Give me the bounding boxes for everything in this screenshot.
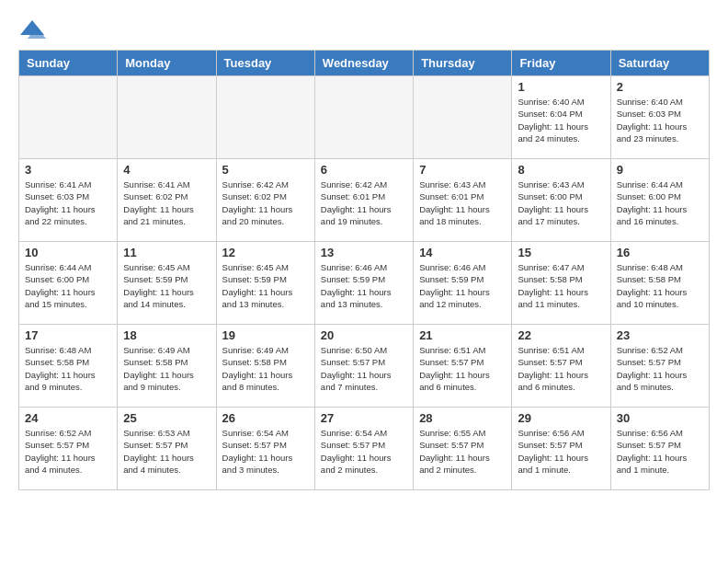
day-number: 30 xyxy=(617,411,703,425)
calendar-cell-22: 22Sunrise: 6:51 AM Sunset: 5:57 PM Dayli… xyxy=(512,325,610,408)
day-number: 22 xyxy=(518,328,604,342)
calendar-cell-9: 9Sunrise: 6:44 AM Sunset: 6:00 PM Daylig… xyxy=(610,159,709,242)
day-info: Sunrise: 6:48 AM Sunset: 5:58 PM Dayligh… xyxy=(617,261,703,310)
day-info: Sunrise: 6:44 AM Sunset: 6:00 PM Dayligh… xyxy=(617,178,703,227)
weekday-header-monday: Monday xyxy=(118,51,216,76)
calendar-header-row: SundayMondayTuesdayWednesdayThursdayFrid… xyxy=(19,51,710,76)
calendar-week-1: 3Sunrise: 6:41 AM Sunset: 6:03 PM Daylig… xyxy=(19,159,710,242)
day-number: 6 xyxy=(321,163,407,177)
day-info: Sunrise: 6:48 AM Sunset: 5:58 PM Dayligh… xyxy=(25,344,111,393)
day-number: 21 xyxy=(419,328,506,342)
calendar-cell-16: 16Sunrise: 6:48 AM Sunset: 5:58 PM Dayli… xyxy=(610,242,709,325)
calendar-cell-13: 13Sunrise: 6:46 AM Sunset: 5:59 PM Dayli… xyxy=(314,242,413,325)
calendar-cell-empty xyxy=(19,76,118,159)
day-info: Sunrise: 6:43 AM Sunset: 6:00 PM Dayligh… xyxy=(518,178,604,227)
day-number: 3 xyxy=(25,163,111,177)
day-info: Sunrise: 6:52 AM Sunset: 5:57 PM Dayligh… xyxy=(617,344,703,393)
day-info: Sunrise: 6:44 AM Sunset: 6:00 PM Dayligh… xyxy=(25,261,111,310)
day-info: Sunrise: 6:55 AM Sunset: 5:57 PM Dayligh… xyxy=(419,427,506,476)
calendar-cell-7: 7Sunrise: 6:43 AM Sunset: 6:01 PM Daylig… xyxy=(414,159,512,242)
calendar-cell-1: 1Sunrise: 6:40 AM Sunset: 6:04 PM Daylig… xyxy=(512,76,610,159)
calendar-week-0: 1Sunrise: 6:40 AM Sunset: 6:04 PM Daylig… xyxy=(19,76,710,159)
day-info: Sunrise: 6:41 AM Sunset: 6:03 PM Dayligh… xyxy=(25,178,111,227)
day-info: Sunrise: 6:42 AM Sunset: 6:02 PM Dayligh… xyxy=(222,178,309,227)
calendar-cell-23: 23Sunrise: 6:52 AM Sunset: 5:57 PM Dayli… xyxy=(610,325,709,408)
day-number: 8 xyxy=(518,163,604,177)
day-info: Sunrise: 6:46 AM Sunset: 5:59 PM Dayligh… xyxy=(419,261,506,310)
calendar-cell-empty xyxy=(314,76,413,159)
day-number: 25 xyxy=(123,411,210,425)
day-number: 17 xyxy=(25,328,111,342)
day-info: Sunrise: 6:54 AM Sunset: 5:57 PM Dayligh… xyxy=(222,427,309,476)
day-number: 20 xyxy=(321,328,407,342)
calendar-week-2: 10Sunrise: 6:44 AM Sunset: 6:00 PM Dayli… xyxy=(19,242,710,325)
day-number: 24 xyxy=(25,411,111,425)
weekday-header-saturday: Saturday xyxy=(610,51,709,76)
calendar-cell-24: 24Sunrise: 6:52 AM Sunset: 5:57 PM Dayli… xyxy=(19,408,118,490)
calendar-cell-10: 10Sunrise: 6:44 AM Sunset: 6:00 PM Dayli… xyxy=(19,242,118,325)
calendar-cell-empty xyxy=(118,76,216,159)
day-number: 29 xyxy=(518,411,604,425)
calendar-cell-8: 8Sunrise: 6:43 AM Sunset: 6:00 PM Daylig… xyxy=(512,159,610,242)
calendar-cell-29: 29Sunrise: 6:56 AM Sunset: 5:57 PM Dayli… xyxy=(512,408,610,490)
calendar-cell-20: 20Sunrise: 6:50 AM Sunset: 5:57 PM Dayli… xyxy=(314,325,413,408)
day-number: 1 xyxy=(518,80,604,94)
day-info: Sunrise: 6:50 AM Sunset: 5:57 PM Dayligh… xyxy=(321,344,407,393)
day-info: Sunrise: 6:47 AM Sunset: 5:58 PM Dayligh… xyxy=(518,261,604,310)
day-number: 15 xyxy=(518,246,604,259)
calendar-cell-25: 25Sunrise: 6:53 AM Sunset: 5:57 PM Dayli… xyxy=(118,408,216,490)
day-info: Sunrise: 6:52 AM Sunset: 5:57 PM Dayligh… xyxy=(25,427,111,476)
calendar-table: SundayMondayTuesdayWednesdayThursdayFrid… xyxy=(18,50,710,490)
weekday-header-wednesday: Wednesday xyxy=(314,51,413,76)
day-info: Sunrise: 6:49 AM Sunset: 5:58 PM Dayligh… xyxy=(222,344,309,393)
day-number: 10 xyxy=(25,246,111,259)
day-number: 23 xyxy=(617,328,703,342)
day-number: 27 xyxy=(321,411,407,425)
calendar-cell-empty xyxy=(216,76,314,159)
weekday-header-tuesday: Tuesday xyxy=(216,51,314,76)
calendar-cell-2: 2Sunrise: 6:40 AM Sunset: 6:03 PM Daylig… xyxy=(610,76,709,159)
day-info: Sunrise: 6:45 AM Sunset: 5:59 PM Dayligh… xyxy=(222,261,309,310)
calendar-week-3: 17Sunrise: 6:48 AM Sunset: 5:58 PM Dayli… xyxy=(19,325,710,408)
day-info: Sunrise: 6:41 AM Sunset: 6:02 PM Dayligh… xyxy=(123,178,210,227)
calendar-cell-27: 27Sunrise: 6:54 AM Sunset: 5:57 PM Dayli… xyxy=(314,408,413,490)
day-info: Sunrise: 6:56 AM Sunset: 5:57 PM Dayligh… xyxy=(518,427,604,476)
day-number: 26 xyxy=(222,411,309,425)
day-info: Sunrise: 6:46 AM Sunset: 5:59 PM Dayligh… xyxy=(321,261,407,310)
logo xyxy=(18,18,50,40)
calendar-cell-18: 18Sunrise: 6:49 AM Sunset: 5:58 PM Dayli… xyxy=(118,325,216,408)
day-number: 5 xyxy=(222,163,309,177)
calendar-cell-28: 28Sunrise: 6:55 AM Sunset: 5:57 PM Dayli… xyxy=(414,408,512,490)
calendar-cell-19: 19Sunrise: 6:49 AM Sunset: 5:58 PM Dayli… xyxy=(216,325,314,408)
day-number: 4 xyxy=(123,163,210,177)
calendar-cell-17: 17Sunrise: 6:48 AM Sunset: 5:58 PM Dayli… xyxy=(19,325,118,408)
calendar-cell-30: 30Sunrise: 6:56 AM Sunset: 5:57 PM Dayli… xyxy=(610,408,709,490)
calendar-cell-11: 11Sunrise: 6:45 AM Sunset: 5:59 PM Dayli… xyxy=(118,242,216,325)
logo-icon xyxy=(18,18,46,40)
weekday-header-sunday: Sunday xyxy=(19,51,118,76)
day-number: 14 xyxy=(419,246,506,259)
day-info: Sunrise: 6:43 AM Sunset: 6:01 PM Dayligh… xyxy=(419,178,506,227)
day-info: Sunrise: 6:42 AM Sunset: 6:01 PM Dayligh… xyxy=(321,178,407,227)
day-number: 2 xyxy=(617,80,703,94)
calendar-cell-21: 21Sunrise: 6:51 AM Sunset: 5:57 PM Dayli… xyxy=(414,325,512,408)
day-info: Sunrise: 6:40 AM Sunset: 6:03 PM Dayligh… xyxy=(617,96,703,144)
day-number: 13 xyxy=(321,246,407,259)
day-number: 7 xyxy=(419,163,506,177)
day-info: Sunrise: 6:53 AM Sunset: 5:57 PM Dayligh… xyxy=(123,427,210,476)
weekday-header-thursday: Thursday xyxy=(414,51,512,76)
day-info: Sunrise: 6:56 AM Sunset: 5:57 PM Dayligh… xyxy=(617,427,703,476)
day-number: 16 xyxy=(617,246,703,259)
day-info: Sunrise: 6:54 AM Sunset: 5:57 PM Dayligh… xyxy=(321,427,407,476)
calendar-cell-empty xyxy=(414,76,512,159)
day-info: Sunrise: 6:49 AM Sunset: 5:58 PM Dayligh… xyxy=(123,344,210,393)
calendar-cell-12: 12Sunrise: 6:45 AM Sunset: 5:59 PM Dayli… xyxy=(216,242,314,325)
day-info: Sunrise: 6:51 AM Sunset: 5:57 PM Dayligh… xyxy=(419,344,506,393)
day-number: 19 xyxy=(222,328,309,342)
day-info: Sunrise: 6:51 AM Sunset: 5:57 PM Dayligh… xyxy=(518,344,604,393)
calendar-cell-3: 3Sunrise: 6:41 AM Sunset: 6:03 PM Daylig… xyxy=(19,159,118,242)
day-number: 28 xyxy=(419,411,506,425)
calendar-week-4: 24Sunrise: 6:52 AM Sunset: 5:57 PM Dayli… xyxy=(19,408,710,490)
calendar-cell-5: 5Sunrise: 6:42 AM Sunset: 6:02 PM Daylig… xyxy=(216,159,314,242)
day-info: Sunrise: 6:40 AM Sunset: 6:04 PM Dayligh… xyxy=(518,96,604,144)
